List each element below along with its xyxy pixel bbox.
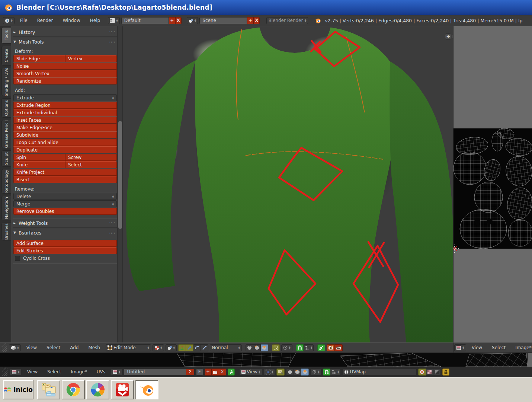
uv-stretch-display-button[interactable] (418, 368, 426, 376)
start-button[interactable]: Inicio (3, 380, 33, 399)
menu-uvs[interactable]: UVs (93, 369, 109, 374)
proportional-edit-select[interactable]: ▲▼ (281, 344, 292, 351)
duplicate-button[interactable]: Duplicate (13, 146, 117, 153)
edge-select-button[interactable] (253, 344, 261, 351)
new-image-button[interactable]: + (205, 368, 212, 376)
extrude-region-button[interactable]: Extrude Region (13, 102, 117, 109)
screen-layout-name-field[interactable]: Default (121, 17, 169, 24)
snap-toggle-button[interactable] (296, 344, 304, 351)
scene-name-field[interactable]: Scene (199, 17, 247, 24)
merge-menu[interactable]: Merge▲▼ (13, 200, 117, 207)
knife-project-button[interactable]: Knife Project (13, 169, 117, 176)
menu-select[interactable]: Select (42, 345, 64, 350)
tab-shading-uvs[interactable]: Shading / UVs (1, 68, 11, 96)
pin-button[interactable] (228, 368, 235, 376)
uv-strip-view[interactable] (0, 353, 532, 367)
bisect-button[interactable]: Bisect (13, 176, 117, 183)
scene-browse-button[interactable]: ▲▼ (187, 17, 198, 24)
tab-grease-pencil[interactable]: Grease Pencil (1, 120, 11, 148)
sticky-select-mode[interactable]: ▲▼ (310, 368, 321, 376)
uv-vertex-select-button[interactable] (286, 368, 294, 376)
tab-retopology[interactable]: Retopology (1, 169, 11, 194)
editor-type-button-uv[interactable]: ▲▼ (454, 344, 466, 351)
taskbar-app-chrome[interactable] (62, 380, 85, 399)
extrude-menu[interactable]: Extrude▲▼ (13, 94, 117, 101)
edit-strokes-button[interactable]: Edit Strokes (13, 247, 117, 254)
menu-view[interactable]: View (23, 369, 42, 374)
face-select-button[interactable] (261, 344, 268, 351)
menu-file[interactable]: File (16, 18, 32, 23)
uv-image-editor[interactable] (453, 26, 532, 342)
taskbar-app-blender[interactable] (135, 380, 158, 399)
window-titlebar[interactable]: Blender [C:\Users\Rafa\Desktop\Lagarto5b… (0, 0, 532, 15)
delete-menu[interactable]: Delete▲▼ (13, 193, 117, 200)
taskbar-app-video-downloader[interactable] (111, 380, 134, 399)
cyclic-cross-checkbox[interactable]: Cyclic Cross (15, 256, 50, 261)
uv-lock-button[interactable] (442, 368, 449, 376)
remove-doubles-button[interactable]: Remove Doubles (13, 208, 117, 215)
extrude-individual-button[interactable]: Extrude Individual (13, 109, 117, 116)
menu-help[interactable]: Help (86, 18, 104, 23)
uv-alpha-display-button[interactable] (426, 368, 433, 376)
add-screen-layout-button[interactable]: + (169, 17, 175, 24)
panel-mesh-tools[interactable]: ▼ Mesh Tools :::: (13, 38, 115, 45)
manipulator-scale-button[interactable] (201, 344, 208, 351)
area-corner-widget[interactable] (2, 367, 7, 376)
editor-type-button-info[interactable]: i ▲▼ (3, 17, 15, 24)
expand-properties-region-button[interactable]: ✚ (445, 34, 451, 39)
opengl-render-animation-button[interactable] (335, 344, 343, 351)
slide-vertex-button[interactable]: Vertex (65, 55, 117, 62)
tab-navigation[interactable]: Navigation (1, 196, 11, 220)
add-surface-button[interactable]: Add Surface (13, 240, 117, 247)
randomize-button[interactable]: Randomize (13, 77, 117, 84)
knife-select-button[interactable]: Select (65, 161, 117, 168)
slide-edge-button[interactable]: Slide Edge (13, 55, 65, 62)
uv-pivot-select[interactable]: ▲▼ (264, 368, 275, 376)
snap-peel-button[interactable] (317, 344, 325, 351)
transform-orientation-select[interactable]: Normal▲▼ (210, 344, 242, 351)
image-name-field[interactable]: Untitled 2 (124, 368, 195, 376)
unlink-image-button[interactable]: X (219, 368, 226, 376)
screw-button[interactable]: Screw (65, 154, 117, 161)
menu-render[interactable]: Render (33, 18, 57, 23)
viewport-shading-select[interactable]: ▲▼ (153, 344, 164, 351)
noise-button[interactable]: Noise (13, 63, 117, 70)
uv-edge-select-button[interactable] (294, 368, 301, 376)
tab-brushes[interactable]: Brushes (1, 223, 11, 240)
uv-snap-element-select[interactable]: ▲▼ (330, 368, 341, 376)
menu-view[interactable]: View (22, 345, 41, 350)
manipulator-toggle-button[interactable] (178, 344, 186, 351)
render-engine-select[interactable]: Blender Render▲▼ (266, 17, 308, 24)
editor-type-button-3dview[interactable]: ▲▼ (9, 344, 21, 351)
panel-bsurfaces[interactable]: ▼ Bsurfaces :::: (13, 229, 115, 236)
smooth-vertex-button[interactable]: Smooth Vertex (13, 70, 117, 77)
mode-select[interactable]: Edit Mode▲▼ (106, 344, 151, 351)
taskbar-app-explorer[interactable] (37, 380, 60, 399)
limit-to-visible-button[interactable] (272, 344, 280, 351)
menu-image[interactable]: Image* (67, 369, 91, 374)
menu-image[interactable]: Image* (511, 345, 532, 350)
menu-view[interactable]: View (468, 345, 486, 350)
make-edge-face-button[interactable]: Make Edge/Face (13, 124, 117, 131)
uv-face-select-button[interactable] (301, 368, 309, 376)
image-users-count[interactable]: 2 (186, 369, 194, 375)
menu-mesh[interactable]: Mesh (84, 345, 104, 350)
loop-cut-button[interactable]: Loop Cut and Slide (13, 139, 117, 146)
subdivide-button[interactable]: Subdivide (13, 131, 117, 138)
3d-viewport[interactable] (123, 26, 453, 342)
open-image-button[interactable] (212, 368, 219, 376)
manipulator-rotate-button[interactable] (193, 344, 201, 351)
uv-shadow-display-button[interactable] (433, 368, 441, 376)
screen-layout-browse-button[interactable]: ▲▼ (108, 17, 120, 24)
taskbar-app-picasa[interactable] (86, 380, 109, 399)
add-scene-button[interactable]: + (247, 17, 253, 24)
opengl-render-image-button[interactable] (327, 344, 335, 351)
menu-select[interactable]: Select (43, 369, 65, 374)
uv-snap-toggle-button[interactable] (323, 368, 330, 376)
menu-add[interactable]: Add (66, 345, 83, 350)
tab-tools[interactable]: Tools (1, 27, 11, 44)
knife-button[interactable]: Knife (13, 161, 65, 168)
panel-weight-tools[interactable]: ► Weight Tools :::: (13, 219, 115, 227)
vertex-select-button[interactable] (246, 344, 253, 351)
fake-user-button[interactable]: F (196, 368, 203, 376)
